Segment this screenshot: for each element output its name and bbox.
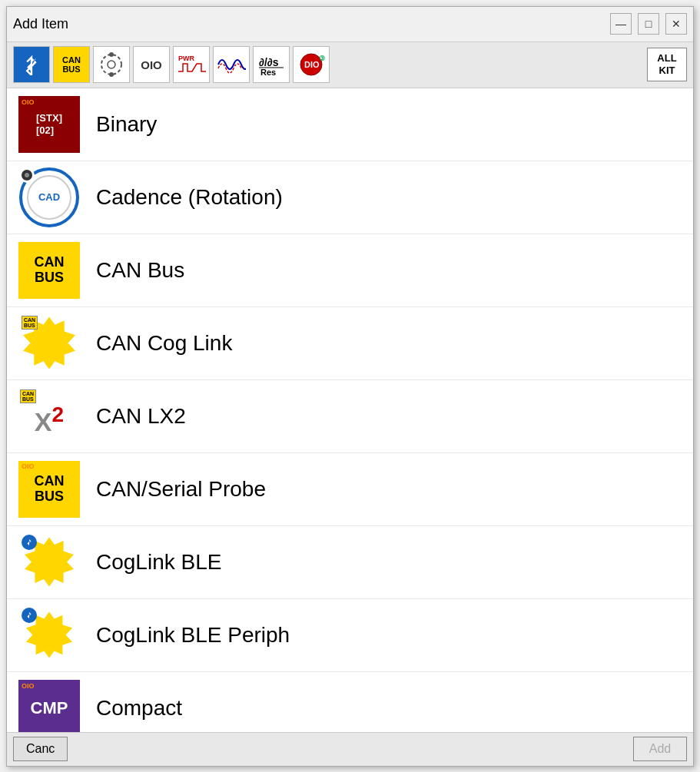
toolbar-icon-math[interactable]: ∂/∂s Res [253,46,290,83]
list-item-icon-coglinkble [15,532,84,593]
list-item-label-coglinkble: CogLink BLE [96,550,221,575]
list-item-icon-cadence: CAD [15,167,84,228]
coglinkble-icon [18,532,80,593]
list-item-icon-coglinkbleperiph [15,605,84,666]
cadence-icon: CAD [19,167,79,227]
canbus-icon: CANBUS [18,242,80,299]
list-container: [STX][02] Binary CAD [7,88,693,732]
list-item-icon-cancoglink: CANBUS [15,313,84,374]
list-scroll[interactable]: [STX][02] Binary CAD [7,88,693,732]
wave-icon [217,51,246,78]
dio-icon: DIO ③ [297,51,325,78]
list-item-label-canlx2: CAN LX2 [96,404,186,429]
all-kit-label: ALL KIT [657,52,676,76]
bluetooth-icon [21,54,42,75]
add-button[interactable]: Add [633,737,687,761]
list-item-canbus[interactable]: CANBUS CAN Bus [7,234,693,307]
list-item-label-canserial: CAN/Serial Probe [96,477,266,502]
add-item-window: Add Item — □ ✕ CANBUS OIO [6,6,694,767]
toolbar-icon-dotted[interactable] [93,46,130,83]
list-item-icon-binary: [STX][02] [15,94,84,155]
dotted-circle-icon [98,51,124,78]
svg-text:DIO: DIO [304,60,320,69]
list-item-coglinkbleperiph[interactable]: CogLink BLE Periph [7,599,693,672]
svg-text:Res: Res [260,68,276,77]
toolbar-icon-wave[interactable] [213,46,250,83]
svg-text:③: ③ [319,55,325,62]
toolbar-icon-oio[interactable]: OIO [133,46,170,83]
toolbar-icon-canbus[interactable]: CANBUS [53,46,90,83]
list-item-label-canbus: CAN Bus [96,258,184,283]
list-item-label-compact: Compact [96,696,182,721]
list-item-binary[interactable]: [STX][02] Binary [7,88,693,161]
canserial-icon: CANBUS [18,461,80,518]
list-item-cancoglink[interactable]: CANBUS CAN Cog Link [7,307,693,380]
toolbar: CANBUS OIO PWR [7,42,693,88]
toolbar-icon-bluetooth[interactable] [13,46,50,83]
toolbar-all-kit-button[interactable]: ALL KIT [647,48,687,81]
toolbar-icon-dio[interactable]: DIO ③ [293,46,330,83]
title-bar: Add Item — □ ✕ [7,7,693,42]
binary-icon: [STX][02] [18,96,80,153]
title-bar-controls: — □ ✕ [610,13,687,35]
math-icon: ∂/∂s Res [257,51,285,78]
svg-point-1 [108,61,115,68]
toolbar-icon-pwr[interactable]: PWR [173,46,210,83]
cancoglink-icon: CANBUS [18,313,80,374]
toolbar-canbus-label: CANBUS [62,55,81,74]
list-item-icon-canbus: CANBUS [15,240,84,301]
svg-point-12 [25,173,29,177]
window-title: Add Item [13,16,68,32]
close-button[interactable]: ✕ [665,13,687,35]
list-item-icon-compact: CMP [15,678,84,732]
list-item-cadence[interactable]: CAD Cadence (Rotation) [7,161,693,234]
pwr-wave-icon: PWR [177,51,206,78]
svg-text:PWR: PWR [178,55,194,62]
list-item-label-binary: Binary [96,112,157,137]
compact-icon: CMP [18,680,80,732]
list-item-coglinkble[interactable]: CogLink BLE [7,526,693,599]
svg-point-2 [109,52,114,57]
toolbar-oio-label: OIO [141,58,162,71]
list-item-icon-canserial: CANBUS [15,459,84,520]
svg-text:∂/∂s: ∂/∂s [259,56,279,68]
list-item-label-cadence: Cadence (Rotation) [96,185,283,210]
list-item-canserial[interactable]: CANBUS CAN/Serial Probe [7,453,693,526]
cancel-button[interactable]: Canc [13,737,68,761]
bottom-bar: Canc Add [7,732,693,766]
list-item-icon-canlx2: CANBUS X2 [15,386,84,447]
canlx2-icon: CANBUS X2 [18,388,80,445]
maximize-button[interactable]: □ [638,13,659,35]
minimize-button[interactable]: — [610,13,632,35]
coglinkbleperiph-icon [18,605,80,666]
list-item-compact[interactable]: CMP Compact [7,672,693,732]
svg-point-3 [109,72,114,77]
list-item-label-coglinkbleperiph: CogLink BLE Periph [96,623,290,648]
cadence-gear [19,167,35,183]
list-item-label-cancoglink: CAN Cog Link [96,331,232,356]
list-item-canlx2[interactable]: CANBUS X2 CAN LX2 [7,380,693,453]
svg-point-0 [101,55,121,75]
